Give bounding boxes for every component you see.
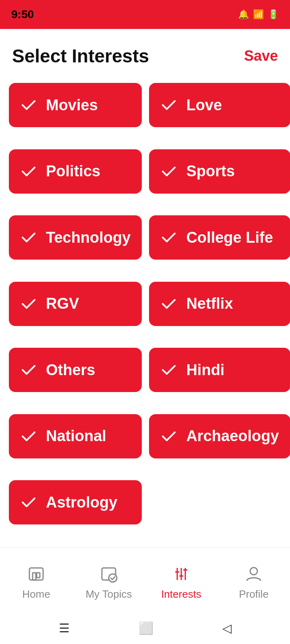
chip-label: Astrology [46, 494, 117, 511]
check-icon [20, 229, 37, 246]
bottom-navigation: Home My Topics Interests [0, 547, 290, 612]
check-icon [160, 295, 177, 312]
interest-chip-astrology[interactable]: Astrology [9, 480, 142, 524]
check-icon [20, 163, 37, 180]
interest-chip-college-life[interactable]: College Life [149, 215, 290, 260]
page-title: Select Interests [12, 45, 149, 67]
interest-chip-politics[interactable]: Politics [9, 149, 142, 194]
back-icon[interactable]: ◁ [222, 621, 232, 635]
interest-chip-hindi[interactable]: Hindi [149, 348, 290, 392]
chip-label: Sports [186, 163, 234, 180]
chip-label: National [46, 427, 106, 445]
home-system-icon[interactable]: ⬜ [139, 621, 153, 635]
interest-chip-sports[interactable]: Sports [149, 149, 290, 194]
svg-point-11 [250, 568, 257, 575]
chip-label: Hindi [186, 361, 224, 379]
check-icon [160, 428, 177, 445]
check-icon [20, 361, 37, 378]
chip-label: Archaeology [186, 427, 279, 445]
svg-rect-2 [37, 573, 40, 578]
battery-icon: 🔋 [268, 9, 279, 20]
check-icon [20, 295, 37, 312]
page-header: Select Interests Save [0, 29, 290, 75]
status-time: 9:50 [11, 8, 34, 21]
interests-label: Interests [161, 588, 201, 601]
profile-icon [243, 563, 265, 585]
interest-chip-rgv[interactable]: RGV [9, 282, 142, 326]
chip-label: RGV [46, 295, 79, 312]
save-button[interactable]: Save [244, 47, 278, 64]
interest-chip-others[interactable]: Others [9, 348, 142, 392]
nav-my-topics[interactable]: My Topics [72, 563, 145, 601]
check-icon [160, 229, 177, 246]
chip-label: Technology [46, 229, 130, 246]
check-icon [160, 361, 177, 378]
wifi-icon: 🔔 [238, 9, 249, 20]
check-icon [20, 428, 37, 445]
interest-chip-archaeology[interactable]: Archaeology [149, 414, 290, 458]
nav-profile[interactable]: Profile [218, 563, 290, 601]
status-bar: 9:50 🔔 📶 🔋 [0, 0, 290, 29]
system-nav-bar: ☰ ⬜ ◁ [0, 612, 290, 644]
chip-label: Movies [46, 97, 98, 114]
interest-chip-movies[interactable]: Movies [9, 83, 142, 127]
menu-icon[interactable]: ☰ [59, 621, 70, 635]
nav-home[interactable]: Home [0, 563, 72, 601]
my-topics-icon [98, 563, 120, 585]
interest-chip-technology[interactable]: Technology [9, 215, 142, 260]
home-icon [25, 563, 47, 585]
chip-label: Politics [46, 163, 100, 180]
svg-rect-1 [33, 573, 36, 580]
interest-chip-national[interactable]: National [9, 414, 142, 458]
status-icons: 🔔 📶 🔋 [238, 9, 279, 20]
chip-label: College Life [186, 229, 273, 246]
interest-chip-love[interactable]: Love [149, 83, 290, 127]
signal-icon: 📶 [253, 9, 264, 20]
check-icon [20, 494, 37, 511]
home-label: Home [22, 588, 50, 601]
check-icon [160, 163, 177, 180]
check-icon [160, 97, 177, 114]
chip-label: Netflix [186, 295, 233, 312]
interest-chip-netflix[interactable]: Netflix [149, 282, 290, 326]
chip-label: Others [46, 361, 95, 379]
nav-interests[interactable]: Interests [145, 563, 218, 601]
check-icon [20, 97, 37, 114]
chip-label: Love [186, 97, 222, 114]
profile-label: Profile [239, 588, 269, 601]
interests-icon [170, 563, 192, 585]
interests-grid: MoviesLovePoliticsSportsTechnologyColleg… [0, 75, 290, 547]
svg-point-4 [109, 574, 117, 582]
my-topics-label: My Topics [85, 588, 132, 601]
